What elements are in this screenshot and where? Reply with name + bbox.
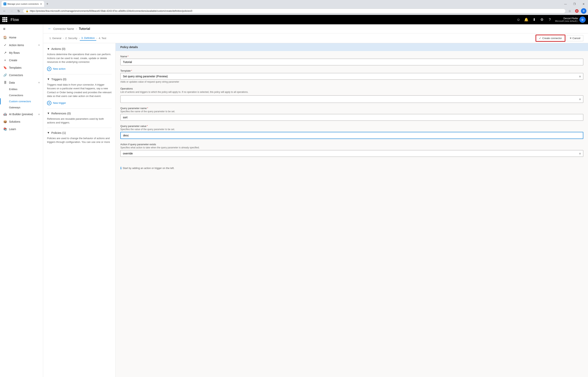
sidebar-item-data[interactable]: 🗄 Data ∧ bbox=[0, 79, 43, 86]
smiley-button[interactable]: ☺ bbox=[515, 16, 522, 23]
sidebar-subitem-gateways[interactable]: Gateways bbox=[0, 104, 43, 110]
subitem-label: Entities bbox=[9, 88, 17, 91]
policies-section: ▼ Policies (1) Policies are used to chan… bbox=[47, 131, 111, 144]
policies-section-title: Policies (1) bbox=[51, 131, 66, 134]
extension-icon-1[interactable]: O bbox=[574, 8, 580, 14]
references-description: References are reusable parameters used … bbox=[47, 117, 111, 125]
user-avatar[interactable]: D bbox=[579, 16, 586, 23]
topbar-actions: ☺ 🔔 ⬇ ⚙ ? Denzel Pfeifer Microsoft (new … bbox=[515, 16, 586, 23]
template-hint: Adds or updates value of request query s… bbox=[120, 81, 583, 83]
query-param-name-label: Query parameter name * bbox=[120, 107, 583, 110]
page-title: Tutorial bbox=[79, 27, 90, 31]
references-section-title: References (0) bbox=[51, 112, 71, 115]
sidebar-item-my-flows[interactable]: ↗ My flows bbox=[0, 49, 43, 57]
sidebar-item-home[interactable]: 🏠 Home bbox=[0, 34, 43, 41]
minimize-button[interactable]: — bbox=[561, 1, 570, 7]
name-label: Name * bbox=[120, 55, 583, 58]
my-flows-icon: ↗ bbox=[3, 51, 7, 55]
tab-bar: M Manage your custom connectors ✕ + — ❐ … bbox=[0, 0, 588, 7]
active-tab[interactable]: M Manage your custom connectors ✕ bbox=[1, 1, 44, 7]
sidebar-subitem-connections[interactable]: Connections bbox=[0, 92, 43, 98]
new-action-button[interactable]: + New action bbox=[47, 67, 111, 71]
bookmark-icon[interactable]: ☆ bbox=[567, 8, 573, 14]
back-nav-button[interactable]: ← bbox=[1, 8, 7, 14]
new-trigger-button[interactable]: + New trigger bbox=[47, 101, 111, 105]
back-button[interactable]: ← bbox=[48, 27, 51, 31]
tab-security[interactable]: 2. Security bbox=[64, 36, 79, 40]
cancel-icon: ✕ bbox=[570, 37, 572, 40]
address-bar-row: ← → ↻ 🔒 https://preview.flow.microsoft.c… bbox=[0, 7, 588, 15]
query-param-value-hint: Specifies the value of the query paramet… bbox=[120, 128, 583, 131]
operations-select[interactable] bbox=[120, 95, 583, 103]
create-connector-button[interactable]: ✓ Create connector bbox=[536, 35, 565, 41]
settings-button[interactable]: ⚙ bbox=[539, 16, 545, 23]
template-field: Template * Set query string parameter (P… bbox=[120, 69, 583, 83]
cancel-button[interactable]: ✕ Cancel bbox=[567, 35, 583, 41]
url-text[interactable]: https://preview.flow.microsoft.com/manag… bbox=[30, 10, 192, 12]
sidebar-item-learn[interactable]: 📚 Learn bbox=[0, 125, 43, 133]
sidebar-item-create[interactable]: + Create bbox=[0, 57, 43, 64]
tab-test[interactable]: 4. Test bbox=[97, 36, 108, 40]
home-icon: 🏠 bbox=[3, 35, 7, 39]
query-param-name-field: Query parameter name * Specifies the nam… bbox=[120, 107, 583, 121]
action-if-exists-select-wrapper[interactable]: override skip ∨ bbox=[120, 150, 583, 157]
section-chevron-icon[interactable]: ▼ bbox=[47, 78, 50, 81]
plus-circle-icon: + bbox=[47, 67, 51, 71]
address-bar[interactable]: 🔒 https://preview.flow.microsoft.com/man… bbox=[23, 9, 566, 13]
sidebar-item-templates[interactable]: 🔖 Templates bbox=[0, 64, 43, 71]
step-actions: ✓ Create connector ✕ Cancel bbox=[536, 35, 583, 41]
profile-avatar[interactable]: D bbox=[581, 8, 587, 14]
waffle-menu-icon[interactable] bbox=[2, 17, 7, 22]
forward-nav-button[interactable]: → bbox=[9, 8, 14, 14]
close-window-button[interactable]: ✕ bbox=[579, 1, 588, 7]
policy-form: Name * Template * Set quer bbox=[116, 51, 588, 165]
download-button[interactable]: ⬇ bbox=[531, 16, 537, 23]
maximize-button[interactable]: ❐ bbox=[570, 1, 579, 7]
main-content: ← Connector Name › Tutorial 1. General ›… bbox=[43, 24, 588, 377]
sidebar-item-action-items[interactable]: ✓ Action items ∨ bbox=[0, 41, 43, 49]
info-icon: ℹ bbox=[120, 166, 122, 170]
right-panel: Policy details Name * Templat bbox=[116, 43, 588, 377]
query-param-value-input[interactable] bbox=[120, 132, 583, 139]
template-select-wrapper[interactable]: Set query string parameter (Preview) ∨ bbox=[120, 73, 583, 80]
new-tab-button[interactable]: + bbox=[45, 1, 50, 6]
help-button[interactable]: ? bbox=[546, 16, 553, 23]
query-param-value-label: Query parameter value * bbox=[120, 125, 583, 128]
operations-field: Operations List of actions and triggers … bbox=[120, 87, 583, 103]
sidebar-hamburger[interactable]: ≡ bbox=[0, 24, 43, 34]
ai-builder-icon: 🤖 bbox=[3, 112, 7, 116]
operations-select-wrapper[interactable]: ∨ bbox=[120, 95, 583, 103]
section-chevron-icon[interactable]: ▼ bbox=[47, 47, 50, 50]
sidebar-item-connectors[interactable]: 🔗 Connectors bbox=[0, 71, 43, 79]
name-input[interactable] bbox=[120, 59, 583, 65]
section-chevron-icon[interactable]: ▼ bbox=[47, 112, 50, 115]
section-divider-3 bbox=[47, 128, 111, 128]
refresh-button[interactable]: ↻ bbox=[16, 8, 22, 14]
sidebar-subitem-custom-connectors[interactable]: Custom connectors bbox=[0, 98, 43, 104]
tab-close-icon[interactable]: ✕ bbox=[40, 2, 42, 5]
action-if-exists-select[interactable]: override skip bbox=[120, 150, 583, 157]
connectors-icon: 🔗 bbox=[3, 73, 7, 77]
sidebar-item-solutions[interactable]: 📦 Solutions bbox=[0, 118, 43, 125]
template-select[interactable]: Set query string parameter (Preview) bbox=[120, 73, 583, 80]
sidebar-subitem-entities[interactable]: Entities bbox=[0, 86, 43, 92]
query-param-name-input[interactable] bbox=[120, 114, 583, 121]
action-if-exists-hint: Specifies what action to take when the q… bbox=[120, 146, 583, 149]
section-divider-1 bbox=[47, 74, 111, 74]
chevron-down-icon: ∨ bbox=[38, 113, 40, 116]
step-tabs: 1. General › 2. Security › 3. Definition… bbox=[43, 33, 588, 43]
breadcrumb-separator: › bbox=[76, 27, 77, 30]
user-info: Denzel Pfeifer Microsoft (new default) ( bbox=[555, 17, 578, 22]
tab-general[interactable]: 1. General bbox=[48, 36, 63, 40]
window-controls: — ❐ ✕ bbox=[561, 1, 588, 7]
tab-definition[interactable]: 3. Definition bbox=[80, 36, 96, 41]
required-marker: * bbox=[147, 107, 148, 110]
query-param-name-hint: Specifies the name of the query paramete… bbox=[120, 110, 583, 113]
notifications-button[interactable]: 🔔 bbox=[523, 16, 530, 23]
plus-circle-icon: + bbox=[47, 101, 51, 105]
section-chevron-icon[interactable]: ▼ bbox=[47, 131, 50, 134]
content-area: ▼ Actions (0) Actions determine the oper… bbox=[43, 43, 588, 377]
tab-title: Manage your custom connectors bbox=[7, 3, 39, 5]
sidebar-item-ai-builder[interactable]: 🤖 AI Builder (preview) ∨ bbox=[0, 110, 43, 118]
solutions-icon: 📦 bbox=[3, 120, 7, 123]
